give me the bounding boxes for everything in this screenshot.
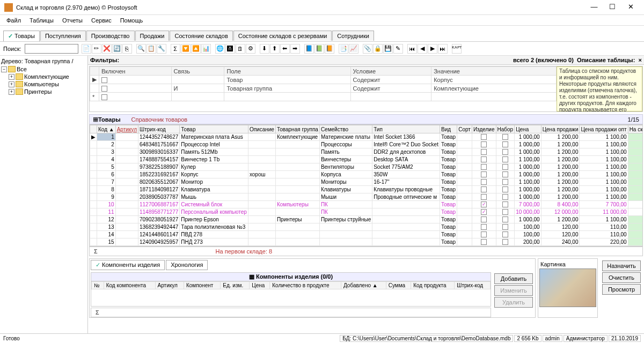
clear-button[interactable]: Очистить: [602, 272, 641, 283]
toolbar-button[interactable]: 📘: [304, 44, 314, 54]
close-button[interactable]: ✕: [621, 2, 640, 13]
toolbar-button[interactable]: 📗: [314, 44, 324, 54]
folder-icon: [8, 66, 16, 72]
toolbar-button[interactable]: ⬇: [260, 44, 269, 54]
table-row[interactable]: 127090238051927Принтер EpsonПринтерыПрин…: [90, 216, 643, 223]
table-row[interactable]: 131368239492447Тара полиэтиленовая №3Тов…: [90, 223, 643, 231]
tab-3[interactable]: Продажи: [135, 31, 170, 41]
table-row[interactable]: 111148958771277Персональный компьютерПКТ…: [90, 208, 643, 216]
collapse-icon[interactable]: −: [1, 66, 7, 72]
stock-summary: На первом складе: 8: [216, 248, 273, 255]
filters-grid[interactable]: ВключенСвязьПолеУсловиеЗначение▶ТоварСод…: [90, 66, 557, 111]
tab-4[interactable]: Состояние складов: [170, 31, 232, 41]
table-row[interactable]: 81871184098127КлавиатураКлавиатурыКлавиа…: [90, 186, 643, 193]
search-input[interactable]: [25, 44, 78, 54]
toolbar-button[interactable]: 📊: [201, 44, 211, 54]
toolbar-button[interactable]: ⏮: [407, 44, 417, 54]
toolbar-button[interactable]: 🌐: [215, 44, 225, 54]
folder-icon: [16, 81, 23, 87]
toolbar-button[interactable]: 🅰: [225, 44, 235, 54]
grid-title-icon: ▦: [93, 116, 98, 123]
toolbar-button[interactable]: 📑: [339, 44, 348, 54]
toolbar-button[interactable]: 🔄: [112, 44, 122, 54]
tab-6[interactable]: Сотрудники: [332, 31, 374, 41]
toolbar-button[interactable]: 📄: [82, 44, 91, 54]
table-row[interactable]: 33009893016337Память 512MbПамятьDDR2 для…: [90, 148, 643, 156]
sigma-icon: Σ: [96, 309, 99, 316]
table-row[interactable]: 26483481751667Процессор IntelПроцессорыI…: [90, 141, 643, 148]
assign-button[interactable]: Назначить: [602, 260, 641, 271]
tree-item[interactable]: Комплектующие: [24, 73, 69, 80]
bottom-tab-1[interactable]: Хронология: [166, 260, 208, 270]
table-row[interactable]: 61852231692167КорпусхорошКорпуса350WТова…: [90, 171, 643, 178]
table-row[interactable]: ▶11244352748627Материнская плата AsusКом…: [90, 133, 643, 141]
filters-label: Фильтры:: [90, 57, 119, 63]
toolbar-button[interactable]: 🔒: [373, 44, 383, 54]
add-button[interactable]: Добавить: [494, 273, 533, 284]
toolbar-button[interactable]: 📎: [363, 44, 372, 54]
toolbar-button[interactable]: 🔽: [181, 44, 191, 54]
product-image[interactable]: [539, 269, 596, 307]
status-user: admin: [543, 335, 562, 342]
tree-root[interactable]: Все: [17, 66, 27, 72]
main-tabs: ТоварыПоступленияПроизводствоПродажиСост…: [0, 29, 644, 42]
table-row[interactable]: 92038905037787МышьМышиПроводные оптическ…: [90, 193, 643, 201]
toolbar-button[interactable]: 🔍: [136, 44, 146, 54]
toolbar-button[interactable]: ▶: [428, 44, 437, 54]
toolbar-button[interactable]: ◀: [418, 44, 427, 54]
toolbar-button[interactable]: ⬆: [270, 44, 280, 54]
table-row[interactable]: 41748887554157Винчестер 1 TbВинчестерыDe…: [90, 156, 643, 163]
toolbar-button[interactable]: 🗓: [236, 44, 245, 54]
tab-0[interactable]: Товары: [3, 31, 40, 41]
toolbar-button[interactable]: 📙: [325, 44, 334, 54]
menu-Файл[interactable]: Файл: [3, 16, 24, 25]
table-row[interactable]: 101127006887167Системный блокКомпьютерыП…: [90, 201, 643, 208]
edit-button[interactable]: Изменить: [494, 285, 533, 296]
tab-5[interactable]: Состояние складов с резервами: [233, 31, 332, 41]
components-grid[interactable]: ▦ Компоненты изделия (0/0) №Код компонен…: [91, 272, 491, 307]
toolbar-button[interactable]: ⏭: [438, 44, 448, 54]
menu-Таблицы[interactable]: Таблицы: [26, 16, 57, 25]
close-icon[interactable]: ×: [639, 57, 642, 63]
toolbar-button[interactable]: ⚙: [246, 44, 255, 54]
goods-grid[interactable]: Код ▲АртикулШтрих-кодТоварОписаниеТоварн…: [89, 124, 643, 247]
window-title: Склад и торговля (2.970 демо) © Prostoys…: [16, 4, 585, 11]
toolbar-button[interactable]: ➡: [290, 44, 300, 54]
toolbar-button[interactable]: ⬅: [280, 44, 290, 54]
folder-icon: [16, 88, 23, 95]
table-row[interactable]: 141241448601147ПВД 278Товар100,00120,001…: [90, 231, 643, 238]
tab-2[interactable]: Производство: [86, 31, 135, 41]
expand-icon[interactable]: +: [9, 74, 14, 80]
toolbar-button[interactable]: 💾: [383, 44, 393, 54]
toolbar-button[interactable]: 🔧: [157, 44, 166, 54]
delete-button[interactable]: Удалить: [494, 297, 533, 308]
toolbar-button[interactable]: ✎: [393, 44, 403, 54]
table-row[interactable]: 78020635512067МониторМониторы16-17''Това…: [90, 178, 643, 186]
search-label: Поиск:: [3, 46, 21, 52]
toolbar-button[interactable]: ✏: [92, 44, 101, 54]
toolbar-button[interactable]: ❌: [102, 44, 112, 54]
expand-icon[interactable]: +: [9, 81, 14, 87]
tab-1[interactable]: Поступления: [40, 31, 86, 41]
toolbar-button[interactable]: ⎘: [122, 44, 132, 54]
table-row[interactable]: 151240904925957ПНД 273Товар200,00240,002…: [90, 238, 643, 246]
toolbar-button[interactable]: 📈: [349, 44, 358, 54]
bottom-tab-0[interactable]: Компоненты изделия: [91, 260, 165, 270]
menu-Отчеты[interactable]: Отчеты: [59, 16, 86, 25]
toolbar-button[interactable]: 📋: [147, 44, 156, 54]
tree-item[interactable]: Компьютеры: [24, 81, 59, 87]
toolbar: 📄✏❌🔄⎘🔍📋🔧Σ🔽🔼📊🌐🅰🗓⚙⬇⬆⬅➡📘📗📙📑📈📎🔒💾✎⏮◀▶⏭ᴷᴬᴾᵀ: [82, 44, 462, 54]
expand-icon[interactable]: +: [9, 89, 14, 95]
toolbar-button[interactable]: 🔼: [191, 44, 201, 54]
table-row[interactable]: 59738225188907КулерВентиляторыSocket 775…: [90, 163, 643, 171]
toolbar-button[interactable]: ᴷᴬᴾᵀ: [452, 44, 462, 54]
menu-Помощь[interactable]: Помощь: [117, 16, 147, 25]
grid-count: 1/15: [628, 116, 639, 123]
status-db: БД: C:\Users\User\Documents\Склад и торг…: [340, 335, 513, 342]
maximize-button[interactable]: ☐: [603, 2, 621, 13]
tree-item[interactable]: Принтеры: [24, 88, 52, 95]
toolbar-button[interactable]: Σ: [171, 44, 180, 54]
minimize-button[interactable]: —: [585, 2, 603, 13]
menu-Сервис[interactable]: Сервис: [88, 16, 115, 25]
view-button[interactable]: Просмотр: [602, 284, 641, 295]
